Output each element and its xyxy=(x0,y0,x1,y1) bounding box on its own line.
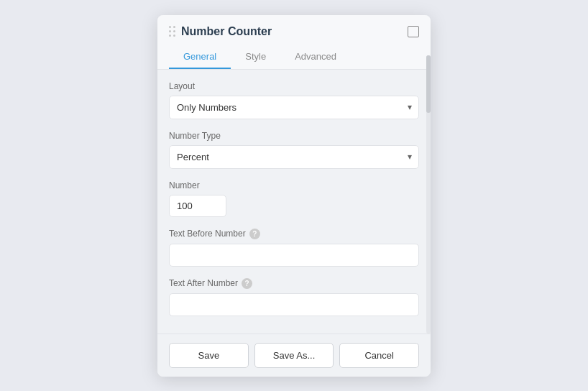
scrollbar-track xyxy=(426,55,431,334)
text-before-group: Text Before Number ? xyxy=(169,229,419,267)
dialog-title: Number Counter xyxy=(169,25,272,38)
dialog-body: Layout Only Numbers Number with Text Ico… xyxy=(157,70,431,328)
text-after-label: Text After Number ? xyxy=(169,278,419,289)
number-counter-dialog: Number Counter General Style Advanced La… xyxy=(157,15,431,377)
dialog-header: Number Counter General Style Advanced xyxy=(157,15,431,70)
text-before-help-icon[interactable]: ? xyxy=(249,229,260,239)
layout-group: Layout Only Numbers Number with Text Ico… xyxy=(169,81,419,119)
title-text: Number Counter xyxy=(181,25,272,38)
text-after-help-icon[interactable]: ? xyxy=(242,278,252,289)
maximize-icon[interactable] xyxy=(408,26,419,37)
title-row: Number Counter xyxy=(169,25,419,38)
save-as-button[interactable]: Save As... xyxy=(254,343,334,368)
layout-select[interactable]: Only Numbers Number with Text Icon with … xyxy=(169,96,419,119)
tab-advanced[interactable]: Advanced xyxy=(280,45,351,69)
number-group: Number xyxy=(169,180,419,217)
number-type-select[interactable]: Percent Number Currency xyxy=(169,145,419,169)
layout-select-wrapper: Only Numbers Number with Text Icon with … xyxy=(169,96,419,119)
tab-bar: General Style Advanced xyxy=(169,45,419,69)
scrollbar-thumb[interactable] xyxy=(426,55,431,113)
number-type-label: Number Type xyxy=(169,131,419,141)
number-input[interactable] xyxy=(169,195,226,217)
cancel-button[interactable]: Cancel xyxy=(339,343,419,368)
text-after-group: Text After Number ? xyxy=(169,278,419,316)
layout-label: Layout xyxy=(169,81,419,91)
number-type-select-wrapper: Percent Number Currency ▾ xyxy=(169,145,419,169)
dialog-footer: Save Save As... Cancel xyxy=(157,334,431,377)
text-before-label: Text Before Number ? xyxy=(169,229,419,239)
number-label: Number xyxy=(169,180,419,190)
tab-style[interactable]: Style xyxy=(231,45,280,69)
text-before-input[interactable] xyxy=(169,244,419,267)
drag-handle xyxy=(169,26,175,37)
save-button[interactable]: Save xyxy=(169,343,249,368)
text-after-input[interactable] xyxy=(169,293,419,316)
number-type-group: Number Type Percent Number Currency ▾ xyxy=(169,131,419,169)
tab-general[interactable]: General xyxy=(169,45,231,69)
